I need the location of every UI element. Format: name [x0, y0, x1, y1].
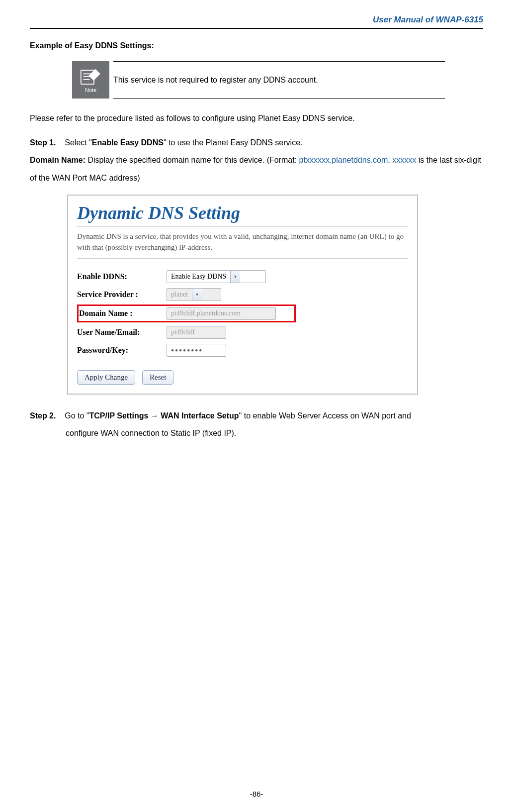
step1-after: " to use the Planet Easy DDNS service. [164, 138, 303, 147]
row-username: User Name/Email: pt49dfdf [77, 323, 408, 341]
note-text-wrapper: This service is not required to register… [113, 61, 445, 99]
reset-button[interactable]: Reset [142, 370, 173, 385]
ddns-panel-description: Dynamic DNS is a service, that provides … [77, 231, 408, 259]
step2-line1-after: " to enable Web Server Access on WAN por… [239, 411, 411, 420]
label-password: Password/Key: [77, 346, 167, 355]
step1-row: Step 1. Select "Enable Easy DDNS" to use… [30, 134, 483, 151]
notepad-pencil-icon [80, 67, 102, 87]
input-password[interactable]: ●●●●●●●● [167, 344, 226, 357]
label-enable-ddns: Enable DDNS: [77, 272, 167, 281]
label-service-provider: Service Provider : [77, 290, 167, 299]
domain-blue2: xxxxxx [392, 156, 416, 164]
select-service-provider: planet ▾ [167, 288, 221, 301]
step2-prefix: Step 2. [30, 411, 56, 420]
step1-before: Select " [65, 138, 92, 147]
ddns-form: Enable DDNS: Enable Easy DDNS ▾ Service … [77, 268, 408, 385]
select-service-provider-value: planet [167, 291, 192, 299]
label-domain-name: Domain Name : [79, 309, 167, 318]
header-title: User Manual of WNAP-6315 [373, 15, 483, 24]
step2-line1-before: Go to " [65, 411, 89, 420]
page-header: User Manual of WNAP-6315 [30, 15, 483, 29]
example-title: Example of Easy DDNS Settings: [30, 41, 483, 50]
note-text: This service is not required to register… [113, 62, 445, 98]
select-enable-ddns[interactable]: Enable Easy DDNS ▾ [167, 270, 266, 283]
page-footer: -86- [0, 790, 513, 798]
row-enable-ddns: Enable DDNS: Enable Easy DDNS ▾ [77, 268, 408, 286]
step2-arrow: → [151, 411, 159, 420]
note-icon: Note [72, 61, 109, 99]
row-service-provider: Service Provider : planet ▾ [77, 286, 408, 304]
apply-change-button[interactable]: Apply Change [77, 370, 135, 385]
step2-line2: configure WAN connection to Static IP (f… [30, 424, 483, 442]
chevron-down-icon: ▾ [192, 289, 202, 301]
note-label: Note [85, 87, 96, 93]
note-bottom-rule [113, 98, 445, 99]
row-password: Password/Key: ●●●●●●●● [77, 341, 408, 359]
domain-desc-row: Domain Name: Display the specified domai… [30, 151, 483, 186]
domain-before: Display the specified domain name for th… [86, 156, 299, 164]
note-icon-wrapper: Note [72, 61, 113, 99]
select-enable-ddns-value: Enable Easy DDNS [167, 273, 230, 281]
ddns-panel-title: Dynamic DNS Setting [77, 203, 408, 227]
domain-label: Domain Name: [30, 156, 86, 164]
input-username: pt49dfdf [167, 326, 226, 339]
step2-bold2: WAN Interface Setup [159, 411, 239, 420]
step1-bold: Enable Easy DDNS [92, 138, 164, 147]
chevron-down-icon: ▾ [230, 271, 240, 283]
step1-prefix: Step 1. [30, 138, 56, 147]
domain-blue1: ptxxxxxx.planetddns.com [299, 156, 388, 164]
svg-marker-4 [89, 69, 100, 81]
step2-bold1: TCP/IP Settings [89, 411, 151, 420]
label-username: User Name/Email: [77, 328, 167, 337]
ddns-settings-panel: Dynamic DNS Setting Dynamic DNS is a ser… [67, 195, 418, 395]
row-domain-name: Domain Name : pt49dfdf.planetddns.com [77, 304, 296, 322]
step2-block: Step 2. Go to "TCP/IP Settings → WAN Int… [30, 407, 483, 442]
intro-text: Please refer to the procedure listed as … [30, 109, 483, 127]
button-row: Apply Change Reset [77, 370, 408, 385]
note-box: Note This service is not required to reg… [72, 61, 445, 99]
input-domain-name: pt49dfdf.planetddns.com [167, 307, 276, 320]
domain-comma: , [388, 156, 392, 164]
